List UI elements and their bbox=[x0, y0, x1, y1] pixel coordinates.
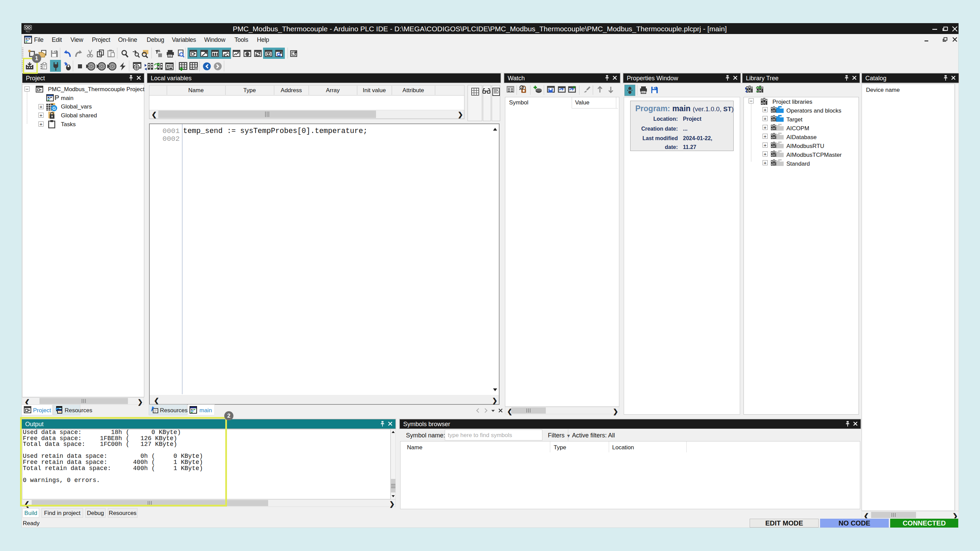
svg-text:I: I bbox=[268, 53, 269, 56]
svg-text:PLC: PLC bbox=[26, 30, 30, 33]
svg-text:G: G bbox=[52, 106, 56, 111]
